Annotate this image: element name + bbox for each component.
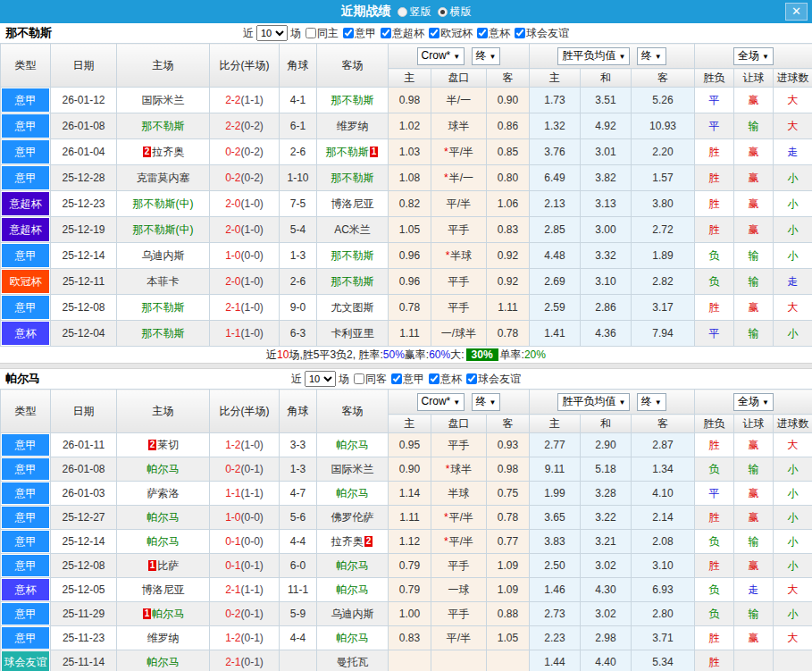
league-badge: 意甲	[2, 507, 49, 528]
same-venue-filter-checkbox[interactable]	[354, 373, 364, 384]
avg-home-cell: 6.49	[530, 165, 581, 191]
league-filter[interactable]: 意甲	[343, 26, 376, 41]
avg-away-cell: 3.17	[632, 295, 695, 321]
corner-cell: 4-1	[280, 88, 317, 113]
radio-icon[interactable]	[398, 7, 407, 17]
sub-home-odds: 主	[389, 69, 431, 88]
home-odds-cell: 1.14	[389, 482, 431, 506]
wdl-avg-dropdown[interactable]: 胜平负均值▼	[557, 47, 630, 65]
odds-time-dropdown[interactable]: 终▼	[472, 47, 501, 65]
wdl-result-cell: 负	[695, 578, 734, 602]
same-venue-filter-checkbox[interactable]	[306, 28, 316, 38]
league-filter[interactable]: 意杯	[477, 26, 510, 41]
sub-goals: 进球数	[774, 415, 812, 433]
wdl-result-cell: 平	[695, 321, 734, 347]
halftime-score: (1-0)	[241, 223, 264, 236]
league-filter[interactable]: 意杯	[429, 372, 462, 387]
same-venue-filter[interactable]: 同客	[354, 372, 387, 387]
league-filter-checkbox[interactable]	[477, 28, 488, 38]
league-filter-checkbox[interactable]	[466, 373, 477, 384]
fulltime-dropdown[interactable]: 全场▼	[733, 393, 774, 411]
avg-away-cell: 4.10	[632, 482, 695, 506]
league-badge-cell: 欧冠杯	[1, 269, 51, 295]
league-filter-checkbox[interactable]	[343, 28, 354, 38]
fulltime-dropdown[interactable]: 全场▼	[733, 47, 774, 65]
layout-option-horizontal[interactable]: 横版	[438, 4, 472, 20]
league-filter[interactable]: 欧冠杯	[429, 26, 473, 41]
avg-draw-cell: 3.01	[581, 139, 632, 165]
close-button[interactable]: ✕	[785, 3, 808, 21]
odds-source-dropdown[interactable]: Crow*▼	[417, 393, 465, 411]
league-filter-checkbox[interactable]	[381, 28, 391, 38]
match-count-select[interactable]: 10	[256, 25, 288, 41]
league-filter[interactable]: 球会友谊	[515, 26, 569, 41]
summary-segment: 赢率:	[405, 348, 429, 363]
team-label: 萨索洛	[147, 487, 180, 499]
league-filter-checkbox[interactable]	[429, 373, 439, 384]
horizontal-label: 横版	[450, 4, 472, 20]
score-cell: 2-1(1-1)	[210, 578, 280, 602]
league-filter-checkbox[interactable]	[515, 28, 525, 38]
league-filter[interactable]: 意超杯	[381, 26, 424, 41]
team-label: 帕尔马	[337, 439, 369, 451]
radio-icon[interactable]	[438, 7, 448, 17]
avg-draw-cell: 3.21	[581, 530, 632, 554]
date-cell: 25-12-19	[51, 217, 117, 243]
league-filter[interactable]: 意甲	[391, 372, 424, 387]
avg-away-cell: 2.87	[632, 433, 695, 457]
avg-away-cell: 2.72	[632, 217, 695, 243]
odds-time-dropdown[interactable]: 终▼	[472, 393, 501, 411]
live-star-icon: *	[444, 146, 448, 158]
col-home-header: 主场	[117, 44, 210, 88]
date-cell: 26-01-11	[51, 433, 117, 457]
odds-source-dropdown[interactable]: Crow*▼	[417, 47, 465, 65]
wdl-result-cell: 胜	[695, 217, 734, 243]
home-team-cell: 帕尔马	[117, 650, 210, 671]
team-label: 帕尔马	[152, 608, 184, 620]
handicap-result-cell: 赢	[734, 191, 774, 217]
same-venue-filter[interactable]: 同主	[306, 26, 339, 41]
team-label: 那不勒斯	[331, 249, 374, 262]
league-badge-cell: 意甲	[1, 482, 51, 506]
home-team-cell: 本菲卡	[117, 269, 210, 295]
layout-option-vertical[interactable]: 竖版	[398, 4, 431, 20]
away-odds-cell: 0.78	[487, 506, 530, 530]
away-odds-cell: 0.90	[487, 88, 530, 113]
team-label: 帕尔马	[337, 583, 369, 596]
avg-draw-cell: 4.40	[581, 650, 632, 671]
match-count-select[interactable]: 10	[305, 371, 336, 387]
games-label: 场	[339, 372, 349, 387]
fulltime-score: 0-2	[225, 608, 240, 620]
home-odds-cell: 1.08	[389, 165, 431, 191]
wdl-time-dropdown[interactable]: 终▼	[637, 393, 666, 411]
team-label: 博洛尼亚	[142, 583, 185, 596]
league-badge-cell: 意甲	[1, 139, 51, 165]
date-cell: 26-01-04	[51, 139, 117, 165]
odds-header-group: Crow*▼ 终▼	[389, 390, 530, 415]
league-badge: 意甲	[2, 555, 49, 576]
corner-cell: 6-0	[280, 554, 317, 578]
wdl-avg-dropdown[interactable]: 胜平负均值▼	[557, 393, 630, 411]
goals-result-cell: 小	[774, 482, 812, 506]
sub-away-odds: 客	[487, 415, 530, 433]
team-label: 那不勒斯(中)	[133, 197, 194, 210]
halftime-score: (1-1)	[241, 487, 264, 499]
avg-home-cell: 1.44	[530, 650, 581, 671]
score-cell: 2-0(1-0)	[210, 217, 280, 243]
handicap-result-cell: 赢	[734, 217, 774, 243]
league-filter-checkbox[interactable]	[429, 28, 439, 38]
chevron-down-icon: ▼	[762, 398, 769, 407]
avg-away-cell: 2.80	[632, 602, 695, 626]
league-filter-checkbox[interactable]	[391, 373, 402, 384]
league-filter[interactable]: 球会友谊	[466, 372, 521, 387]
fulltime-score: 0-2	[225, 463, 240, 475]
home-odds-cell: 1.02	[389, 113, 431, 139]
live-star-icon: *	[444, 172, 448, 184]
avg-home-cell: 2.77	[530, 433, 581, 457]
avg-home-cell: 2.59	[530, 295, 581, 321]
summary-segment: 30%	[466, 348, 498, 361]
wdl-time-dropdown[interactable]: 终▼	[637, 47, 666, 65]
team-label: 那不勒斯	[142, 120, 185, 132]
handicap-result-cell: 赢	[734, 139, 774, 165]
avg-home-cell: 1.73	[530, 88, 581, 113]
